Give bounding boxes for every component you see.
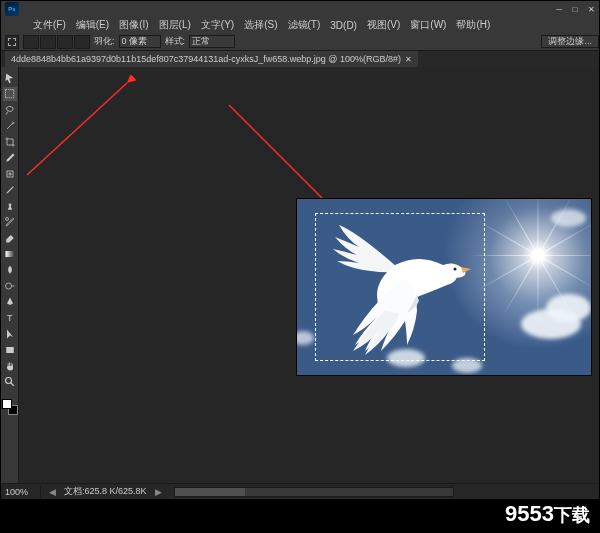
titlebar: Ps ─ □ ✕ <box>1 1 599 17</box>
canvas[interactable] <box>297 199 591 375</box>
tool-crop[interactable] <box>3 135 17 149</box>
tool-blur[interactable] <box>3 263 17 277</box>
svg-point-7 <box>5 378 11 384</box>
feather-input[interactable] <box>119 35 161 48</box>
canvas-viewport[interactable] <box>19 67 599 483</box>
svg-line-8 <box>27 83 127 175</box>
app-logo: Ps <box>5 2 19 16</box>
tool-spot-heal[interactable] <box>3 167 17 181</box>
marquee-selection[interactable] <box>315 213 485 361</box>
menu-file[interactable]: 文件(F) <box>29 18 70 32</box>
menu-type[interactable]: 文字(Y) <box>197 18 238 32</box>
svg-point-2 <box>5 218 8 221</box>
menu-select[interactable]: 选择(S) <box>240 18 281 32</box>
zoom-level[interactable]: 100% <box>5 487 32 497</box>
menu-view[interactable]: 视图(V) <box>363 18 404 32</box>
horizontal-scrollbar[interactable] <box>174 487 454 497</box>
doc-info[interactable]: 文档:625.8 K/625.8K <box>64 485 147 498</box>
svg-text:T: T <box>7 313 13 323</box>
menubar: 文件(F) 编辑(E) 图像(I) 图层(L) 文字(Y) 选择(S) 滤镜(T… <box>1 17 599 33</box>
menu-edit[interactable]: 编辑(E) <box>72 18 113 32</box>
annotation-arrow-1 <box>19 75 137 185</box>
tool-zoom[interactable] <box>3 375 17 389</box>
refine-edge-button[interactable]: 调整边缘... <box>541 35 599 48</box>
close-button[interactable]: ✕ <box>583 2 599 16</box>
tool-marquee[interactable] <box>3 87 17 101</box>
style-label: 样式: <box>165 35 186 48</box>
maximize-button[interactable]: □ <box>567 2 583 16</box>
tools-panel: T <box>1 67 19 483</box>
tool-dodge[interactable] <box>3 279 17 293</box>
tool-magic-wand[interactable] <box>3 119 17 133</box>
feather-label: 羽化: <box>94 35 115 48</box>
options-bar: 羽化: 样式: 正常 调整边缘... <box>1 33 599 51</box>
status-right-arrow-icon[interactable]: ▶ <box>155 487 162 497</box>
tool-type[interactable]: T <box>3 311 17 325</box>
status-bar: 100% ◀ 文档:625.8 K/625.8K ▶ <box>1 483 599 499</box>
menu-filter[interactable]: 滤镜(T) <box>284 18 325 32</box>
selection-mode-group <box>23 35 90 49</box>
color-swatches[interactable] <box>2 399 18 415</box>
tab-title: 4dde8848b4bb61a9397d0b11b15def807c379441… <box>11 54 401 64</box>
document-tab[interactable]: 4dde8848b4bb61a9397d0b11b15def807c379441… <box>5 51 418 67</box>
menu-image[interactable]: 图像(I) <box>115 18 152 32</box>
minimize-button[interactable]: ─ <box>551 2 567 16</box>
tool-gradient[interactable] <box>3 247 17 261</box>
selection-subtract[interactable] <box>57 35 73 49</box>
foreground-color[interactable] <box>2 399 12 409</box>
watermark: 9553下载 <box>505 501 590 527</box>
menu-window[interactable]: 窗口(W) <box>406 18 450 32</box>
cloud <box>546 294 591 322</box>
tool-history-brush[interactable] <box>3 215 17 229</box>
selection-new[interactable] <box>23 35 39 49</box>
selection-add[interactable] <box>40 35 56 49</box>
svg-rect-6 <box>6 347 14 353</box>
svg-point-4 <box>5 283 11 289</box>
tool-path-select[interactable] <box>3 327 17 341</box>
tool-pen[interactable] <box>3 295 17 309</box>
tool-hand[interactable] <box>3 359 17 373</box>
menu-layer[interactable]: 图层(L) <box>155 18 195 32</box>
selection-intersect[interactable] <box>74 35 90 49</box>
tool-eyedropper[interactable] <box>3 151 17 165</box>
menu-3d[interactable]: 3D(D) <box>326 20 361 31</box>
svg-rect-3 <box>5 251 14 257</box>
tool-clone[interactable] <box>3 199 17 213</box>
status-left-arrow-icon[interactable]: ◀ <box>49 487 56 497</box>
marquee-icon <box>8 38 16 46</box>
tool-eraser[interactable] <box>3 231 17 245</box>
cloud <box>551 209 586 227</box>
menu-help[interactable]: 帮助(H) <box>452 18 494 32</box>
tool-move[interactable] <box>3 71 17 85</box>
svg-rect-0 <box>5 90 13 98</box>
tool-lasso[interactable] <box>3 103 17 117</box>
tool-rectangle[interactable] <box>3 343 17 357</box>
tool-preset-picker[interactable] <box>5 35 19 49</box>
document-tabs: 4dde8848b4bb61a9397d0b11b15def807c379441… <box>1 51 599 67</box>
photoshop-window: Ps ─ □ ✕ 文件(F) 编辑(E) 图像(I) 图层(L) 文字(Y) 选… <box>0 0 600 500</box>
scrollbar-thumb[interactable] <box>175 488 245 496</box>
tab-close-icon[interactable]: ✕ <box>405 55 412 64</box>
style-select[interactable]: 正常 <box>189 35 235 48</box>
tool-brush[interactable] <box>3 183 17 197</box>
